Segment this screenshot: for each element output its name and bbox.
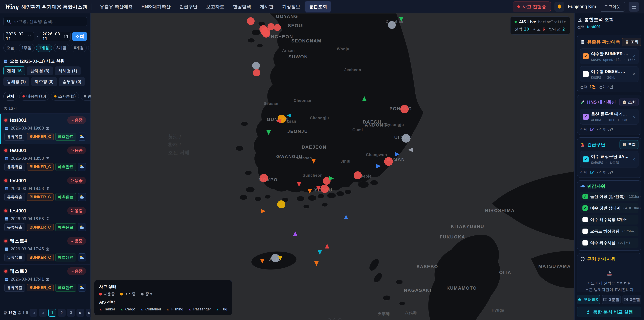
section-query-button[interactable]: 조회 xyxy=(620,98,638,106)
quick-range-chip[interactable]: 1개월 xyxy=(36,44,52,52)
checkbox-unchecked[interactable] xyxy=(582,217,588,222)
incident-list-item[interactable]: test001대응중2026-03-04 18:58유류유출BUNKER_C예측… xyxy=(0,204,90,234)
ship-marker[interactable] xyxy=(261,209,266,213)
quick-range-chip[interactable]: 6개월 xyxy=(71,44,87,52)
ship-marker[interactable] xyxy=(325,244,330,248)
checkbox-checked[interactable]: ✓ xyxy=(582,53,589,59)
ship-marker[interactable] xyxy=(314,261,319,266)
sensitive-resource-item[interactable]: ✓돌산 어장 (김·전복)(131ha) xyxy=(580,192,638,201)
incident-marker[interactable] xyxy=(320,185,329,193)
incident-marker[interactable] xyxy=(277,200,285,208)
ship-marker[interactable] xyxy=(293,231,297,236)
incident-marker[interactable] xyxy=(252,62,260,70)
page-number-button[interactable]: 1 xyxy=(48,309,56,317)
weather-button[interactable] xyxy=(78,253,86,261)
ship-marker[interactable] xyxy=(276,119,280,123)
ship-marker[interactable] xyxy=(308,189,312,194)
ship-marker[interactable] xyxy=(297,182,301,187)
analysis-item[interactable]: ✓여수항 BUNKER-C 확산KOSPS+OpenDrift · 150kL× xyxy=(580,49,638,64)
weather-button[interactable] xyxy=(78,133,86,141)
status-filter-chip[interactable]: 조사중 (2) xyxy=(51,92,79,101)
next-page-button[interactable]: ▶ xyxy=(76,309,84,317)
close-icon[interactable]: × xyxy=(632,114,636,119)
search-input[interactable] xyxy=(14,19,84,24)
region-filter-chip[interactable]: 서해청 (1) xyxy=(55,67,81,75)
incident-list-item[interactable]: test001대응중2026-03-04 19:00유류유출BUNKER_C예측… xyxy=(0,113,90,144)
status-filter-chip[interactable]: 전체 xyxy=(3,92,18,101)
region-filter-chip[interactable]: 전체16 xyxy=(3,67,25,75)
incident-list-item[interactable]: test001대응중2026-03-04 18:58유류유출BUNKER_C예측… xyxy=(0,144,90,174)
incident-list-item[interactable]: test001대응중2026-03-04 18:58유류유출BUNKER_C예측… xyxy=(0,174,90,204)
hamburger-menu-button[interactable] xyxy=(628,2,639,12)
weather-button[interactable] xyxy=(78,283,86,292)
map-canvas[interactable]: 黄海 /황해 /조선 서해 GOYANGSEOULDonghaeINCHEONS… xyxy=(90,14,574,320)
quick-range-chip[interactable]: 오늘 xyxy=(3,44,17,52)
weather-button[interactable] xyxy=(78,163,86,171)
section-query-button[interactable]: 조회 xyxy=(620,140,638,149)
incident-marker[interactable] xyxy=(388,21,396,29)
incident-marker[interactable] xyxy=(384,157,393,166)
checkbox-unchecked[interactable] xyxy=(582,240,588,245)
ship-marker[interactable] xyxy=(312,159,316,164)
page-number-button[interactable]: 2 xyxy=(58,309,66,317)
close-icon[interactable]: × xyxy=(632,54,636,59)
nav-item[interactable]: 통합조회 xyxy=(305,1,331,12)
ship-marker[interactable] xyxy=(408,148,413,152)
ship-marker[interactable] xyxy=(316,186,321,191)
page-number-button[interactable]: 3 xyxy=(67,309,75,317)
analysis-item[interactable]: ✓여수 해상구난 SAR #12SAROPS · 확률맵× xyxy=(580,151,638,167)
nav-item[interactable]: HNS·대기확산 xyxy=(138,1,174,12)
ship-marker[interactable] xyxy=(362,96,366,101)
logout-button[interactable]: 로그아웃 xyxy=(600,2,625,12)
incident-marker[interactable] xyxy=(253,69,260,76)
checkbox-checked[interactable]: ✓ xyxy=(582,205,588,211)
sensitive-resource-item[interactable]: 오동도 해상공원(125ha) xyxy=(580,226,638,236)
date-to-field[interactable]: 2026-03-11 xyxy=(40,32,71,41)
ship-marker[interactable] xyxy=(399,17,403,22)
incident-marker[interactable] xyxy=(260,174,268,182)
sensitive-resource-item[interactable]: ✓여수 갯벌 생태계(4,013ha) xyxy=(580,203,638,213)
incident-marker[interactable] xyxy=(354,171,362,179)
close-icon[interactable]: × xyxy=(632,157,636,162)
region-filter-chip[interactable]: 남해청 (3) xyxy=(27,67,53,75)
prev-page-button[interactable]: ◀ xyxy=(39,309,47,317)
incident-marker[interactable] xyxy=(400,105,409,113)
weather-button[interactable] xyxy=(78,193,86,201)
incident-marker[interactable] xyxy=(274,24,281,31)
nav-item[interactable]: 긴급구난 xyxy=(176,1,201,12)
region-filter-chip[interactable]: 동해청 (1) xyxy=(3,77,29,86)
ship-marker[interactable] xyxy=(278,256,282,261)
ship-marker[interactable] xyxy=(286,113,291,118)
ship-marker[interactable] xyxy=(318,250,322,255)
date-query-button[interactable]: 조회 xyxy=(72,32,87,41)
incident-inprogress-badge[interactable]: 사고 진행중 xyxy=(513,2,551,12)
checkbox-unchecked[interactable] xyxy=(582,228,588,234)
sensitive-resource-item[interactable]: 여수 해수욕장 3개소 xyxy=(580,215,638,224)
close-icon[interactable]: × xyxy=(632,72,636,77)
nav-item[interactable]: 보고자료 xyxy=(202,1,228,12)
ship-marker[interactable] xyxy=(344,215,348,219)
incident-list-item[interactable]: 테스트3대응중2026-03-04 17:41유류유출BUNKER_C예측완료 xyxy=(0,264,90,295)
nav-item[interactable]: 기상정보 xyxy=(278,1,304,12)
region-filter-chip[interactable]: 제주청 (0) xyxy=(31,77,57,86)
nav-item[interactable]: 유출유 확산예측 xyxy=(96,1,136,12)
first-page-button[interactable]: ◀ xyxy=(30,309,38,317)
ship-marker[interactable] xyxy=(266,130,271,135)
ship-marker[interactable] xyxy=(260,259,264,263)
nav-item[interactable]: 항공탐색 xyxy=(229,1,255,12)
ship-marker[interactable] xyxy=(376,164,381,168)
view-mode-button[interactable]: 3분할 xyxy=(622,295,641,304)
incident-marker[interactable] xyxy=(247,17,254,25)
view-mode-button[interactable]: 오버레이 xyxy=(577,295,600,304)
region-filter-chip[interactable]: 중부청 (0) xyxy=(59,77,85,86)
weather-button[interactable] xyxy=(78,223,86,231)
ship-marker[interactable] xyxy=(395,152,400,156)
checkbox-checked[interactable]: ✓ xyxy=(582,114,589,120)
incident-list-item[interactable]: 테스트4대응중2026-03-04 17:45유류유출BUNKER_C예측완료 xyxy=(0,234,90,264)
analysis-item[interactable]: 여수항 DIESEL 확산KOSPS · 30kL× xyxy=(580,66,638,82)
ship-marker[interactable] xyxy=(329,176,334,181)
sensitive-resource-item[interactable]: 여수 취수시설(2개소) xyxy=(580,238,638,248)
analysis-item[interactable]: ✓울산 톨루엔 대기확산ALOHA · IDLH 1.2km× xyxy=(580,109,638,125)
section-query-button[interactable]: 조회 xyxy=(622,38,641,46)
checkbox-checked[interactable]: ✓ xyxy=(582,194,588,199)
